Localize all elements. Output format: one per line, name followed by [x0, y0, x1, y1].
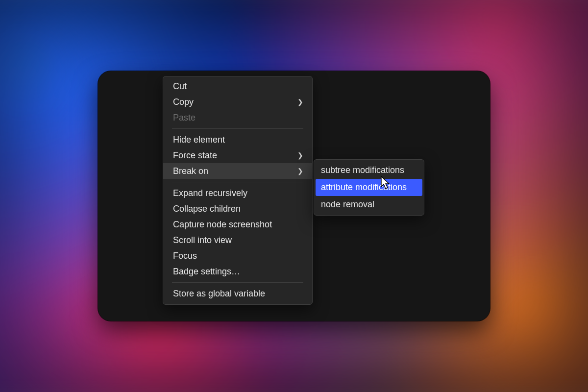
menu-separator	[172, 128, 303, 129]
menu-separator	[172, 282, 303, 283]
menu-item-label: Store as global variable	[173, 289, 303, 298]
submenu-break-on: subtree modifications attribute modifica…	[314, 159, 424, 216]
menu-item-label: Expand recursively	[173, 189, 303, 197]
chevron-right-icon: ❯	[297, 168, 303, 174]
submenu-item-label: attribute modifications	[321, 182, 407, 192]
menu-item-hide-element[interactable]: Hide element	[163, 132, 312, 147]
menu-item-label: Collapse children	[173, 204, 303, 213]
menu-item-label: Focus	[173, 251, 303, 260]
menu-item-store-as-global[interactable]: Store as global variable	[163, 286, 312, 301]
menu-item-label: Copy	[173, 98, 294, 106]
menu-item-label: Force state	[173, 151, 294, 160]
menu-item-copy[interactable]: Copy ❯	[163, 94, 312, 110]
menu-item-label: Hide element	[173, 135, 303, 144]
menu-item-label: Capture node screenshot	[173, 220, 303, 229]
menu-item-scroll-into-view[interactable]: Scroll into view	[163, 232, 312, 248]
submenu-item-label: node removal	[321, 199, 374, 209]
menu-item-label: Cut	[173, 82, 303, 91]
menu-item-cut[interactable]: Cut	[163, 78, 312, 94]
chevron-right-icon: ❯	[297, 98, 303, 105]
menu-item-focus[interactable]: Focus	[163, 248, 312, 264]
menu-separator	[172, 182, 303, 182]
menu-item-force-state[interactable]: Force state ❯	[163, 147, 312, 163]
submenu-item-subtree-modifications[interactable]: subtree modifications	[314, 162, 424, 179]
menu-item-label: Scroll into view	[173, 236, 303, 245]
menu-item-collapse-children[interactable]: Collapse children	[163, 201, 312, 217]
submenu-item-label: subtree modifications	[321, 165, 404, 175]
submenu-item-attribute-modifications[interactable]: attribute modifications	[316, 179, 422, 196]
menu-item-label: Break on	[173, 167, 294, 175]
submenu-item-node-removal[interactable]: node removal	[314, 196, 424, 213]
devtools-panel: Cut Copy ❯ Paste Hide element Force stat…	[98, 71, 490, 321]
menu-item-expand-recursively[interactable]: Expand recursively	[163, 185, 312, 201]
menu-item-break-on[interactable]: Break on ❯	[163, 163, 312, 179]
menu-item-paste: Paste	[163, 110, 312, 125]
chevron-right-icon: ❯	[297, 152, 303, 159]
context-menu: Cut Copy ❯ Paste Hide element Force stat…	[163, 76, 313, 305]
menu-item-label: Badge settings…	[173, 267, 303, 276]
menu-item-badge-settings[interactable]: Badge settings…	[163, 264, 312, 279]
menu-item-label: Paste	[173, 113, 303, 122]
menu-item-capture-node-screenshot[interactable]: Capture node screenshot	[163, 217, 312, 232]
